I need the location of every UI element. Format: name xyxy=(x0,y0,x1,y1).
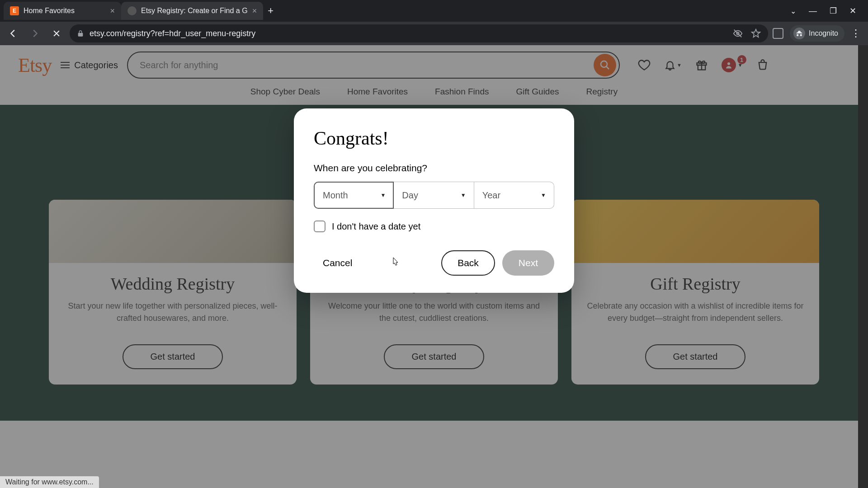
incognito-icon xyxy=(793,28,805,39)
modal-actions: Cancel Back Next xyxy=(314,250,554,276)
back-button[interactable] xyxy=(5,25,22,42)
menu-icon[interactable]: ⋮ xyxy=(851,28,861,39)
minimize-icon[interactable]: — xyxy=(809,6,817,16)
browser-toolbar: etsy.com/registry?ref=hdr_user_menu-regi… xyxy=(0,22,868,45)
tab-search-icon[interactable]: ⌄ xyxy=(790,7,796,15)
close-icon[interactable]: × xyxy=(252,6,257,16)
browser-tab-1[interactable]: Etsy Registry: Create or Find a G × xyxy=(121,2,263,20)
close-window-icon[interactable]: ✕ xyxy=(849,6,856,16)
window-controls: ⌄ — ❐ ✕ xyxy=(790,6,864,16)
toolbar-right: Incognito ⋮ xyxy=(773,25,863,42)
month-select[interactable]: Month xyxy=(314,182,394,209)
omnibox-actions xyxy=(733,28,761,38)
scrollbar[interactable] xyxy=(858,45,868,488)
cancel-button[interactable]: Cancel xyxy=(314,251,361,275)
incognito-indicator[interactable]: Incognito xyxy=(790,25,844,42)
eye-blocked-icon[interactable] xyxy=(733,28,743,38)
url-text: etsy.com/registry?ref=hdr_user_menu-regi… xyxy=(90,29,255,38)
browser-chrome: E Home Favorites × Etsy Registry: Create… xyxy=(0,0,868,45)
modal-heading: Congrats! xyxy=(314,127,554,149)
etsy-favicon-icon: E xyxy=(10,6,19,15)
bookmark-star-icon[interactable] xyxy=(751,28,761,38)
next-button[interactable]: Next xyxy=(502,250,554,276)
tab-title: Home Favorites xyxy=(24,7,105,15)
status-bar: Waiting for www.etsy.com... xyxy=(0,476,99,488)
date-select-group: Month ▼ Day ▼ Year ▼ xyxy=(314,182,554,209)
day-select[interactable]: Day xyxy=(394,182,474,209)
year-select[interactable]: Year xyxy=(474,182,554,209)
modal-overlay[interactable]: Congrats! When are you celebrating? Mont… xyxy=(0,45,868,488)
forward-button[interactable] xyxy=(26,25,43,42)
address-bar[interactable]: etsy.com/registry?ref=hdr_user_menu-regi… xyxy=(70,24,768,42)
no-date-checkbox[interactable] xyxy=(314,221,326,232)
browser-tab-0[interactable]: E Home Favorites × xyxy=(4,2,121,20)
no-date-label[interactable]: I don't have a date yet xyxy=(332,221,420,232)
registry-date-modal: Congrats! When are you celebrating? Mont… xyxy=(294,108,574,293)
incognito-label: Incognito xyxy=(809,29,838,38)
tab-strip: E Home Favorites × Etsy Registry: Create… xyxy=(0,0,868,22)
back-button[interactable]: Back xyxy=(441,250,495,276)
close-icon[interactable]: × xyxy=(110,6,115,16)
maximize-icon[interactable]: ❐ xyxy=(830,6,837,16)
stop-reload-button[interactable] xyxy=(48,25,65,42)
extensions-icon[interactable] xyxy=(773,28,783,39)
page-viewport: Etsy Categories ▼ xyxy=(0,45,868,488)
tab-title: Etsy Registry: Create or Find a G xyxy=(141,7,248,15)
lock-icon[interactable] xyxy=(77,30,84,37)
modal-question: When are you celebrating? xyxy=(314,163,554,174)
loading-favicon-icon xyxy=(127,6,137,15)
new-tab-button[interactable]: + xyxy=(268,5,274,17)
no-date-row: I don't have a date yet xyxy=(314,221,554,232)
